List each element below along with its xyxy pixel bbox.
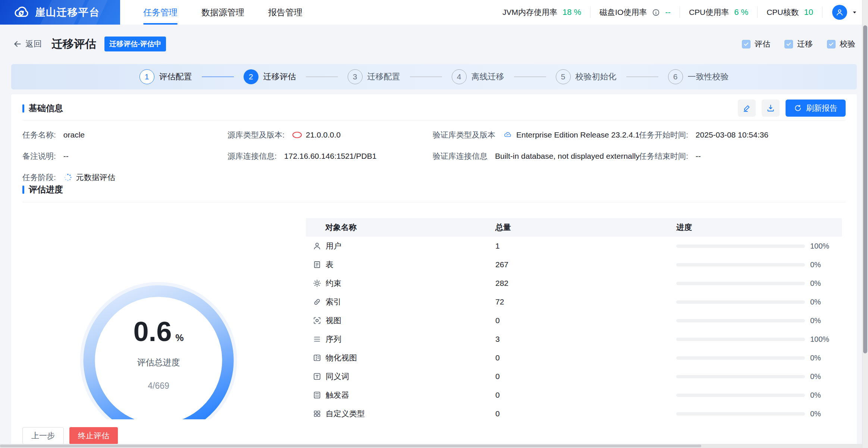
checkbox-assess[interactable]: 评估 xyxy=(742,39,770,49)
refresh-report-button[interactable]: 刷新报告 xyxy=(786,100,846,117)
check-icon xyxy=(828,41,834,47)
object-progress: 0% xyxy=(676,354,842,362)
header-metrics: JVM内存使用率18 %磁盘IO使用率--CPU使用率6 %CPU核数10 xyxy=(493,0,868,25)
step-connector xyxy=(306,76,338,77)
nav-tab-datasources[interactable]: 数据源管理 xyxy=(201,0,244,25)
object-total: 3 xyxy=(495,335,676,344)
metric-value: 10 xyxy=(804,7,813,17)
object-progress: 0% xyxy=(676,316,842,325)
table-body: 用户1100%表2670%约束2820%索引720%视图00%序列3100%物化… xyxy=(306,237,842,419)
table-row-materialized-view: 物化视图00% xyxy=(306,348,842,367)
horizontal-scrollbar-thumb[interactable] xyxy=(0,445,701,447)
vertical-scrollbar xyxy=(862,0,868,448)
cloud-db-icon xyxy=(503,131,513,139)
page-toolbar: 返回 迁移评估 迁移评估-评估中 评估迁移校验 xyxy=(0,25,868,63)
cloud-logo-icon xyxy=(13,4,30,21)
step-4[interactable]: 4离线迁移 xyxy=(452,69,504,84)
object-total: 0 xyxy=(495,391,676,400)
step-connector xyxy=(202,76,234,77)
nav-tab-reports[interactable]: 报告管理 xyxy=(268,0,303,25)
col-total: 总量 xyxy=(495,222,676,233)
table-row-table: 表2670% xyxy=(306,255,842,274)
user-menu[interactable] xyxy=(832,5,858,20)
basic-info-title: 基础信息 xyxy=(29,102,63,114)
step-connector xyxy=(626,76,658,77)
step-6[interactable]: 6一致性校验 xyxy=(668,69,729,84)
status-badge: 迁移评估-评估中 xyxy=(104,37,166,51)
checkbox-label: 迁移 xyxy=(797,39,813,49)
gauge-center: 0.6% 评估总进度 4/669 xyxy=(103,318,214,391)
step-2[interactable]: 2迁移评估 xyxy=(244,69,296,84)
checkbox-migrate[interactable]: 迁移 xyxy=(784,39,813,49)
active-tab-underline xyxy=(143,23,178,25)
refresh-label: 刷新报告 xyxy=(806,103,837,113)
step-label: 评估配置 xyxy=(159,71,192,82)
user-icon xyxy=(313,242,322,250)
synonym-icon xyxy=(313,372,322,381)
step-number: 4 xyxy=(452,69,467,84)
divider xyxy=(22,202,846,202)
table-icon xyxy=(313,260,322,269)
checkbox-box[interactable] xyxy=(784,40,793,48)
info-icon[interactable] xyxy=(652,9,660,16)
page-title: 迁移评估 xyxy=(51,37,96,52)
nav-tab-tasks[interactable]: 任务管理 xyxy=(143,0,178,25)
terminate-assessment-button[interactable]: 终止评估 xyxy=(69,427,118,444)
field-value: 2025-03-08 10:54:36 xyxy=(696,130,768,139)
field-value: -- xyxy=(696,152,701,161)
field-value: Enterprise Edition Release 23.2.4.100 x8… xyxy=(516,130,639,139)
object-name: 同义词 xyxy=(326,371,349,382)
back-button[interactable]: 返回 xyxy=(13,38,42,50)
object-total: 0 xyxy=(495,409,676,418)
object-name-cell: 索引 xyxy=(313,297,495,307)
phase-checkboxes: 评估迁移校验 xyxy=(742,39,855,49)
download-report-button[interactable] xyxy=(762,100,780,117)
field-label: 源库类型及版本: xyxy=(228,130,285,140)
step-3[interactable]: 3迁移配置 xyxy=(348,69,400,84)
main-nav: 任务管理数据源管理报告管理 xyxy=(143,0,303,25)
field-value: 172.16.60.146:1521/PDB1 xyxy=(284,152,377,161)
progress-bar xyxy=(676,244,805,248)
field-label: 源库连接信息: xyxy=(228,151,277,161)
checkbox-box[interactable] xyxy=(742,40,751,48)
object-progress: 100% xyxy=(676,335,842,344)
object-name: 索引 xyxy=(326,297,341,307)
object-name-cell: 用户 xyxy=(313,241,495,251)
progress-percent: 0% xyxy=(810,316,821,325)
checkbox-verify[interactable]: 校验 xyxy=(827,39,855,49)
object-name: 视图 xyxy=(326,315,341,326)
brand-logo: 崖山迁移平台 xyxy=(0,0,120,25)
metric-cpu-usage: CPU使用率6 % xyxy=(680,7,757,18)
object-total: 72 xyxy=(495,297,676,306)
object-name: 约束 xyxy=(326,278,341,288)
info-field: 源库类型及版本:21.0.0.0.0 xyxy=(228,124,433,145)
field-label: 任务名称: xyxy=(22,130,56,140)
avatar[interactable] xyxy=(832,5,847,20)
table-row-constraint: 约束2820% xyxy=(306,274,842,293)
caret-down-icon[interactable] xyxy=(851,9,858,16)
sequence-icon xyxy=(313,335,322,344)
object-name-cell: 约束 xyxy=(313,278,495,288)
edit-button[interactable] xyxy=(738,100,756,117)
checkbox-label: 校验 xyxy=(840,39,855,49)
object-name-cell: 序列 xyxy=(313,334,495,344)
checkbox-box[interactable] xyxy=(827,40,836,48)
step-label: 校验初始化 xyxy=(576,71,617,82)
vertical-scrollbar-thumb[interactable] xyxy=(863,25,867,353)
step-5[interactable]: 5校验初始化 xyxy=(556,69,617,84)
object-name: 序列 xyxy=(326,334,341,344)
progress-section-header: 评估进度 xyxy=(22,184,63,195)
app-title: 崖山迁移平台 xyxy=(35,6,100,19)
field-value: oracle xyxy=(63,130,85,139)
metric-disk-io: 磁盘IO使用率-- xyxy=(590,7,680,18)
previous-step-button[interactable]: 上一步 xyxy=(22,427,64,444)
check-icon xyxy=(786,41,792,47)
metric-label: 磁盘IO使用率 xyxy=(599,7,647,18)
info-field: 任务结束时间:-- xyxy=(639,145,846,167)
step-1[interactable]: 1评估配置 xyxy=(140,69,192,84)
objects-table: 对象名称 总量 进度 用户1100%表2670%约束2820%索引720%视图0… xyxy=(306,218,842,419)
progress-percent: 0% xyxy=(810,354,821,362)
wizard-footer: 上一步 终止评估 xyxy=(22,427,118,444)
gauge-label: 评估总进度 xyxy=(103,357,214,368)
object-progress: 0% xyxy=(676,410,842,418)
